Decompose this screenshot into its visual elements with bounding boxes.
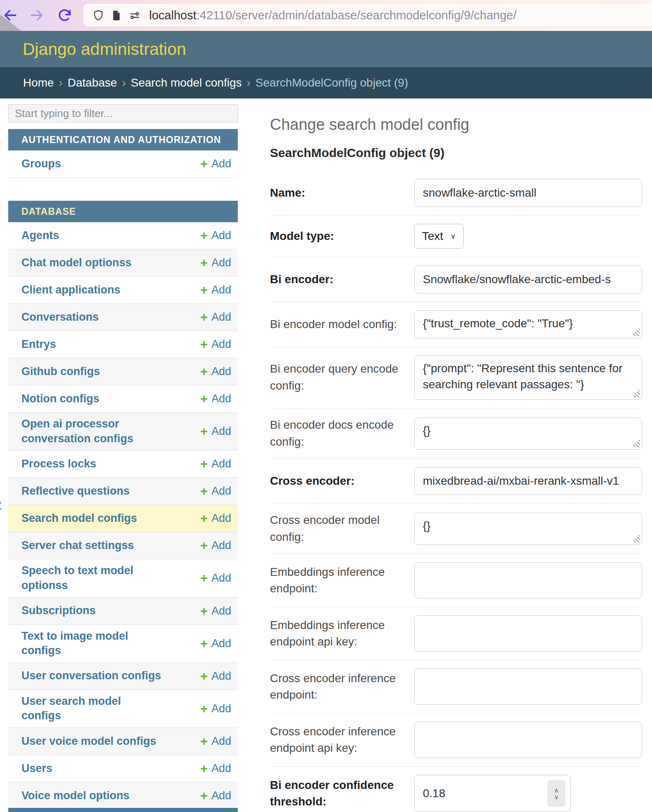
add-subscriptions-link[interactable]: +Add [200,605,231,617]
add-notion-configs-link[interactable]: +Add [200,392,231,405]
sidebar-item-reflective-questions[interactable]: Reflective questions [21,484,130,499]
plus-icon: + [200,365,208,378]
embeddings-inference-endpoint-api-key-input[interactable] [414,615,642,652]
add-label: Add [211,539,231,552]
sidebar-row-groups: Groups+Add [8,150,238,178]
add-search-model-configs-link[interactable]: +Add [200,512,231,525]
sidebar-row-server-chat-settingss: Server chat settingss+Add [8,532,238,559]
add-chat-model-optionss-link[interactable]: +Add [200,256,231,269]
form-row-cross-encoder-model-config: Cross encoder model config:{} [270,504,642,554]
sidebar-item-github-configs[interactable]: Github configs [21,364,100,379]
breadcrumb-link-home[interactable]: Home [23,76,54,89]
cross-encoder-input[interactable] [414,467,642,495]
breadcrumb-link-search-model-configs[interactable]: Search model configs [131,76,242,89]
resize-grip-icon[interactable] [631,389,640,397]
object-title: SearchModelConfig object (9) [270,146,642,160]
sidebar-item-chat-model-optionss[interactable]: Chat model optionss [21,256,131,270]
shield-icon[interactable] [89,6,107,24]
add-client-applications-link[interactable]: +Add [200,284,231,296]
add-users-link[interactable]: +Add [200,762,231,775]
field-label-cross-encoder-inference-endpoint-api-key: Cross encoder inference endpoint api key… [270,723,414,757]
resize-grip-icon[interactable] [631,534,640,542]
add-speech-to-text-model-optionss-link[interactable]: +Add [200,572,231,584]
sidebar-row-voice-model-options: Voice model options+Add [8,782,238,810]
stepper-down-icon[interactable]: ∨ [554,794,559,800]
field-widget [414,179,642,207]
add-user-search-model-configs-link[interactable]: +Add [200,702,231,715]
url-bar[interactable]: localhost:42110/server/admin/database/se… [83,4,652,27]
sidebar-row-entrys: Entrys+Add [8,331,238,358]
forward-icon[interactable] [27,6,46,25]
resize-grip-icon[interactable] [631,439,640,447]
permissions-icon[interactable] [125,6,143,24]
sidebar-item-voice-model-options[interactable]: Voice model options [21,789,129,803]
bi-encoder-input[interactable] [414,265,642,293]
plus-icon: + [200,637,208,650]
add-groups-link[interactable]: +Add [200,157,231,170]
add-user-voice-model-configs-link[interactable]: +Add [200,735,231,748]
number-field-wrap: ∧∨ [414,775,571,812]
sidebar-item-search-model-configs[interactable]: Search model configs [21,511,137,526]
add-server-chat-settingss-link[interactable]: +Add [200,539,231,552]
name-input[interactable] [414,179,642,207]
cross-encoder-model-config-textarea[interactable]: {} [414,513,642,545]
sidebar-item-notion-configs[interactable]: Notion configs [21,392,99,406]
sidebar-item-groups[interactable]: Groups [21,157,61,171]
form-row-bi-encoder-query-encode-config: Bi encoder query encode config:{"prompt"… [270,347,642,408]
cross-encoder-inference-endpoint-input[interactable] [414,669,642,705]
sidebar-item-speech-to-text-model-optionss[interactable]: Speech to text model optionss [21,563,162,593]
add-reflective-questions-link[interactable]: +Add [200,485,231,498]
site-title[interactable]: Django administration [23,40,186,59]
sidebar-item-process-locks[interactable]: Process locks [21,457,96,472]
add-user-conversation-configs-link[interactable]: +Add [200,670,231,683]
bi-encoder-docs-encode-config-textarea[interactable]: {} [414,418,642,450]
sidebar-filter-input[interactable] [8,104,238,122]
form-row-bi-encoder-docs-encode-config: Bi encoder docs encode config:{} [270,408,642,459]
sidebar-item-conversations[interactable]: Conversations [21,310,99,325]
add-github-configs-link[interactable]: +Add [200,365,231,378]
add-agents-link[interactable]: +Add [200,229,231,242]
sidebar-item-agents[interactable]: Agents [21,228,59,243]
sidebar-item-text-to-image-model-configs[interactable]: Text to image model configs [21,629,162,658]
add-voice-model-options-link[interactable]: +Add [200,789,231,802]
reload-icon[interactable] [55,6,74,25]
sidebar-item-entrys[interactable]: Entrys [21,337,56,352]
cross-encoder-inference-endpoint-api-key-input[interactable] [414,722,642,758]
stepper-up-icon[interactable]: ∧ [554,787,559,793]
model-type-select[interactable]: Text∨ [414,224,464,249]
add-entrys-link[interactable]: +Add [200,338,231,351]
sidebar-item-user-search-model-configs[interactable]: User search model configs [21,694,162,723]
add-label: Add [211,365,231,378]
plus-icon: + [200,311,208,324]
add-label: Add [211,605,231,617]
sidebar-item-subscriptions[interactable]: Subscriptions [21,603,96,618]
sidebar-item-users[interactable]: Users [21,761,52,776]
sidebar-item-server-chat-settingss[interactable]: Server chat settingss [21,538,134,553]
plus-icon: + [200,485,208,498]
plus-icon: + [200,425,208,438]
resize-grip-icon[interactable] [631,328,640,336]
number-stepper[interactable]: ∧∨ [547,780,565,807]
bi-encoder-model-config-textarea[interactable]: {"trust_remote_code": "True"} [414,310,642,338]
add-label: Add [211,485,231,498]
add-conversations-link[interactable]: +Add [200,311,231,324]
field-label-cross-encoder: Cross encoder: [270,473,414,490]
sidebar-item-client-applications[interactable]: Client applications [21,283,120,298]
breadcrumb-separator: › [247,76,251,89]
sidebar-item-user-voice-model-configs[interactable]: User voice model configs [21,734,156,749]
sidebar-item-user-conversation-configs[interactable]: User conversation configs [21,669,161,683]
add-process-locks-link[interactable]: +Add [200,458,231,470]
page-icon[interactable] [107,6,125,24]
embeddings-inference-endpoint-input[interactable] [414,562,642,598]
sidebar-row-agents: Agents+Add [8,222,238,249]
add-label: Add [211,735,231,748]
add-label: Add [211,256,231,269]
url-text[interactable]: localhost:42110/server/admin/database/se… [149,9,516,22]
add-open-ai-processor-conversation-configs-link[interactable]: +Add [200,425,231,438]
sidebar-item-open-ai-processor-conversation-configs[interactable]: Open ai processor conversation configs [21,417,162,446]
add-text-to-image-model-configs-link[interactable]: +Add [200,637,231,650]
back-icon[interactable] [1,6,20,25]
bi-encoder-query-encode-config-textarea[interactable]: {"prompt": "Represent this sentence for … [414,355,642,400]
url-path: :42110/server/admin/database/searchmodel… [196,9,516,22]
breadcrumb-link-database[interactable]: Database [68,76,117,89]
